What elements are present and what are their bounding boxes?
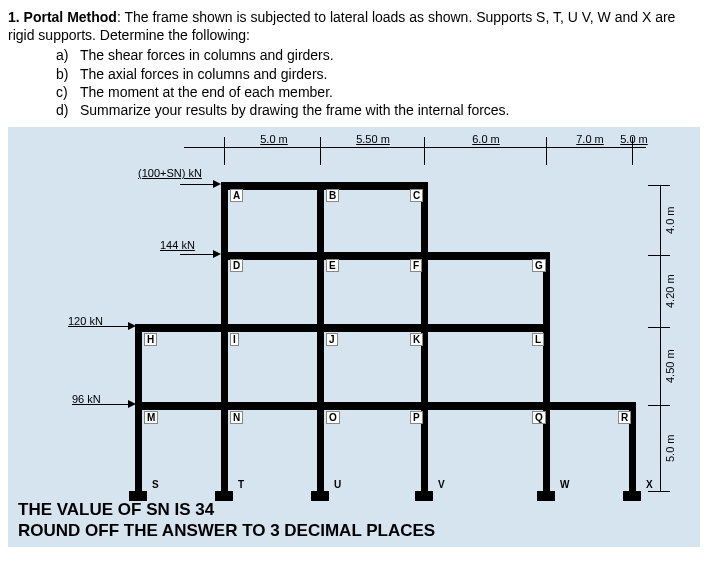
girder-3 [135,324,549,332]
frame-figure: 5.0 m 5.50 m 6.0 m 7.0 m 5.0 m 4.0 m 4.2… [8,127,700,547]
node-S: S [150,479,161,490]
node-G: G [532,259,546,272]
load-line-4 [96,404,130,405]
dim-tick [546,137,547,165]
dim-top-2: 5.50 m [322,133,424,145]
dim-tick [648,327,670,328]
subitem-b: b) The axial forces in columns and girde… [56,65,700,83]
node-A: A [230,189,243,202]
node-N: N [230,411,243,424]
arrow-icon [128,400,136,408]
arrow-icon [213,250,221,258]
arrow-icon [213,180,221,188]
node-T: T [236,479,246,490]
node-X: X [644,479,655,490]
dim-tick [648,491,670,492]
arrow-icon [128,322,136,330]
dim-top-1: 5.0 m [226,133,322,145]
col-W [543,252,550,494]
dim-right-3: 4.50 m [664,329,676,403]
node-R: R [618,411,631,424]
dim-tick [648,185,670,186]
problem-number: 1. [8,9,20,25]
dim-right-4: 5.0 m [664,407,676,489]
load-1: (100+SN) kN [138,167,202,179]
node-W: W [558,479,571,490]
node-O: O [326,411,340,424]
girder-4 [135,402,635,410]
note-round: ROUND OFF THE ANSWER TO 3 DECIMAL PLACES [18,521,435,541]
node-C: C [410,189,423,202]
node-U: U [332,479,343,490]
node-V: V [436,479,447,490]
col-U [317,182,324,494]
node-P: P [410,411,423,424]
problem-statement: 1. Portal Method: The frame shown is sub… [8,8,700,119]
support-W [537,491,555,501]
subitem-a: a) The shear forces in columns and girde… [56,46,700,64]
dim-tick [648,405,670,406]
node-K: K [410,333,423,346]
support-X [623,491,641,501]
note-sn: THE VALUE OF SN IS 34 [18,500,435,520]
col-S [135,324,142,494]
dim-line-top [184,147,646,148]
problem-subitems: a) The shear forces in columns and girde… [56,46,700,119]
node-J: J [326,333,338,346]
dim-tick [424,137,425,165]
load-line-2 [180,254,214,255]
dim-top-5: 5.0 m [592,133,676,145]
girder-top [221,182,427,190]
subitem-c: c) The moment at the end of each member. [56,83,700,101]
girder-2 [221,252,549,260]
load-2: 144 kN [160,239,195,251]
dim-right-2: 4.20 m [664,257,676,325]
problem-title-bold: Portal Method [24,9,117,25]
subitem-d: d) Summarize your results by drawing the… [56,101,700,119]
node-L: L [532,333,544,346]
node-E: E [326,259,339,272]
node-I: I [230,333,239,346]
bottom-notes: THE VALUE OF SN IS 34 ROUND OFF THE ANSW… [18,500,435,541]
node-F: F [410,259,422,272]
node-B: B [326,189,339,202]
node-D: D [230,259,243,272]
dim-tick [648,255,670,256]
load-line-3 [96,326,130,327]
dim-tick [224,137,225,165]
node-H: H [144,333,157,346]
node-M: M [144,411,158,424]
dim-line-side [660,185,661,491]
col-T [221,182,228,494]
dim-top-3: 6.0 m [426,133,546,145]
load-line-1 [180,184,214,185]
node-Q: Q [532,411,546,424]
dim-right-1: 4.0 m [664,187,676,253]
